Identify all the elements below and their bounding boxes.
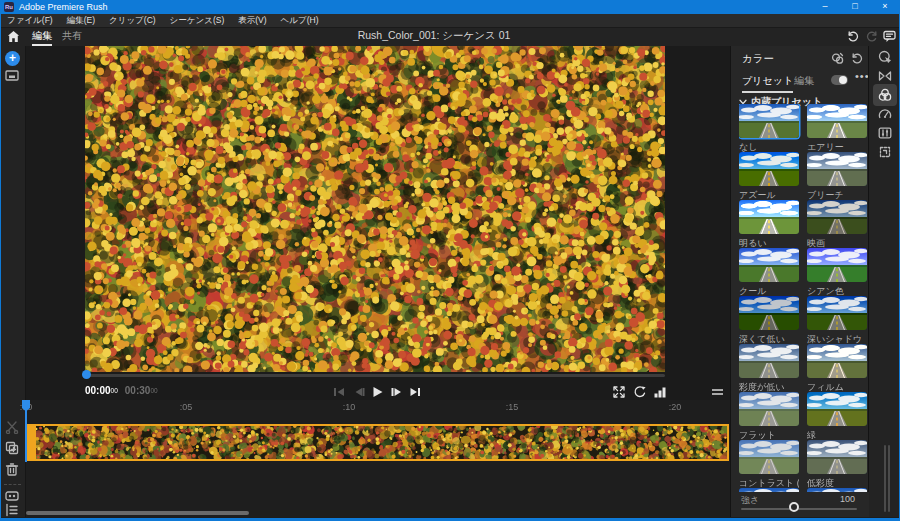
go-to-end-button[interactable]	[408, 385, 422, 399]
preset-item[interactable]: 明るい	[739, 200, 799, 248]
tab-edit-color[interactable]: 編集	[794, 74, 814, 88]
playback-quality-icon[interactable]	[653, 385, 667, 399]
menu-item[interactable]: クリップ(C)	[102, 15, 163, 27]
window-title: Adobe Premiere Rush	[19, 2, 108, 12]
transitions-tool-icon[interactable]	[878, 69, 892, 83]
preset-thumbnail	[807, 248, 867, 282]
clip-trim-handle-left[interactable]	[29, 426, 36, 459]
preset-item[interactable]: フラット	[739, 392, 799, 440]
timeline-menu-icon[interactable]	[712, 388, 723, 396]
maximize-button[interactable]: □	[840, 0, 870, 14]
preset-thumbnail	[807, 152, 867, 186]
preset-thumbnail	[807, 200, 867, 234]
color-panel: カラー プリセット 編集 ••• 内蔵プリセット なし	[730, 46, 869, 517]
preset-thumbnail	[739, 392, 799, 426]
current-time: 00:00	[85, 385, 111, 396]
split-clip-button[interactable]	[5, 420, 20, 435]
menu-item[interactable]: ヘルプ(H)	[274, 15, 326, 27]
duration-frames: 00	[150, 387, 157, 394]
rail-scrollbar-line[interactable]	[884, 445, 886, 512]
preset-item[interactable]: フィルム	[807, 344, 867, 392]
timeline-horizontal-scrollbar[interactable]	[26, 511, 249, 515]
rail-scrollbar-line[interactable]	[888, 445, 890, 512]
effect-enabled-toggle[interactable]	[831, 75, 848, 85]
preset-item[interactable]: シアン色	[807, 248, 867, 296]
play-button[interactable]	[370, 385, 384, 399]
step-back-button[interactable]	[351, 385, 365, 399]
preset-thumbnail	[739, 200, 799, 234]
preset-thumbnail	[739, 248, 799, 282]
expand-tracks-button[interactable]	[5, 503, 20, 518]
clip-filmstrip	[36, 426, 727, 459]
app-icon: Ru	[4, 2, 14, 12]
toolbar-divider	[4, 484, 21, 485]
preset-thumbnail	[739, 440, 799, 474]
intensity-slider-handle[interactable]	[789, 502, 799, 512]
undo-button[interactable]	[846, 30, 859, 43]
go-to-start-button[interactable]	[332, 385, 346, 399]
color-tool-icon[interactable]	[878, 88, 892, 102]
preset-thumbnail	[807, 296, 867, 330]
preset-item[interactable]: ブリーチ	[807, 152, 867, 200]
preview-video-frame[interactable]	[85, 46, 665, 372]
window-titlebar[interactable]: Ru Adobe Premiere Rush – □ ×	[0, 0, 900, 14]
timeline-clip-selected[interactable]	[27, 424, 729, 461]
apply-to-all-icon[interactable]	[831, 52, 844, 65]
audio-tool-icon[interactable]	[878, 126, 892, 140]
loop-playback-icon[interactable]	[633, 385, 647, 399]
tools-rail	[868, 46, 900, 517]
preset-item[interactable]: 深くて低い	[739, 296, 799, 344]
playhead-line	[25, 409, 27, 462]
add-media-button[interactable]: +	[5, 51, 20, 66]
ruler-tick-label: :15	[506, 402, 519, 412]
media-browser-icon[interactable]	[5, 69, 20, 84]
tab-presets[interactable]: プリセット	[742, 74, 793, 93]
preset-item[interactable]: 映画	[807, 200, 867, 248]
reset-color-icon[interactable]	[850, 52, 863, 65]
preset-item[interactable]: エアリー	[807, 104, 867, 152]
menu-item[interactable]: 表示(V)	[231, 15, 273, 27]
preset-thumbnail	[807, 104, 867, 138]
ruler-tick-label: :20	[669, 402, 682, 412]
intensity-value: 100	[840, 494, 855, 504]
app-topbar: 編集 共有 Rush_Color_001: シーケンス 01	[0, 28, 900, 46]
intensity-label: 強さ	[741, 494, 759, 507]
delete-clip-button[interactable]	[5, 462, 20, 477]
preset-item[interactable]: クール	[739, 248, 799, 296]
preset-item[interactable]: アズール	[739, 152, 799, 200]
duplicate-clip-button[interactable]	[5, 441, 20, 456]
preset-item[interactable]: 低彩度	[807, 440, 867, 488]
preset-item[interactable]: なし	[739, 104, 799, 152]
preview-scrubber-handle[interactable]	[82, 370, 91, 379]
timeline[interactable]: :00:05:10:15:20	[26, 400, 730, 517]
preset-thumbnail	[807, 344, 867, 378]
ruler-tick-label: :05	[180, 402, 193, 412]
timecode-display: 00:000000:3000	[85, 385, 158, 396]
fullscreen-icon[interactable]	[612, 385, 626, 399]
step-forward-button[interactable]	[390, 385, 404, 399]
close-button[interactable]: ×	[870, 0, 900, 14]
sequence-title: Rush_Color_001: シーケンス 01	[0, 29, 868, 43]
preset-thumbnail	[739, 104, 799, 138]
preset-item[interactable]: コントラスト (低)	[739, 440, 799, 488]
graphics-tool-icon[interactable]	[878, 50, 892, 64]
preset-thumbnail	[807, 392, 867, 426]
feedback-icon[interactable]	[883, 30, 896, 43]
menu-item[interactable]: シーケンス(S)	[163, 15, 232, 27]
minimize-button[interactable]: –	[810, 0, 840, 14]
toggle-knob	[839, 76, 847, 84]
preset-item[interactable]: 緑	[807, 392, 867, 440]
preset-item[interactable]: 深いシャドウ	[807, 296, 867, 344]
left-toolbar: +	[0, 46, 26, 517]
menu-item[interactable]: ファイル(F)	[0, 15, 60, 27]
window-border-left	[0, 14, 1, 521]
current-frames: 00	[111, 387, 118, 394]
preview-scrubber[interactable]	[85, 374, 665, 377]
preset-item[interactable]: 彩度が低い	[739, 344, 799, 392]
intensity-slider-track[interactable]	[741, 508, 857, 510]
speed-tool-icon[interactable]	[878, 107, 892, 121]
redo-button[interactable]	[866, 30, 879, 43]
crop-rotate-tool-icon[interactable]	[878, 145, 892, 159]
color-panel-title: カラー	[742, 52, 774, 66]
menu-item[interactable]: 編集(E)	[60, 15, 102, 27]
